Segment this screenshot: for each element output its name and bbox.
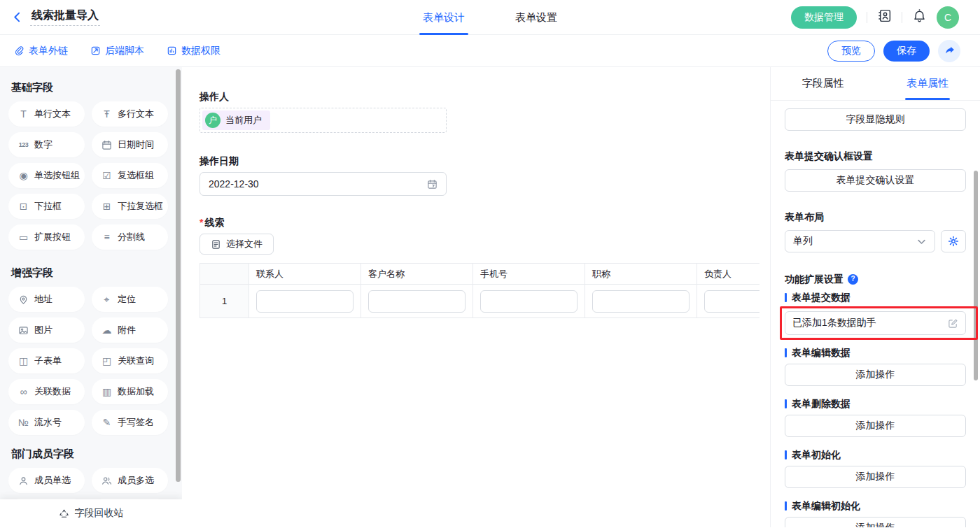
add-action-button-edit-data[interactable]: 添加操作 [785,364,966,386]
cell-input[interactable] [704,290,760,313]
field-pill-text[interactable]: T单行文本 [8,101,85,127]
lookup-icon: ◰ [101,355,113,366]
help-icon[interactable]: ? [848,274,858,285]
divider [902,12,902,23]
field-pill-multi-select[interactable]: ⊞下拉复选框 [92,194,168,219]
add-action-button-delete-data[interactable]: 添加操作 [785,415,966,437]
ext-group-delete-data: 表单删除数据添加操作 [785,398,966,437]
field-pill-subform[interactable]: ◫子表单 [8,348,85,373]
field-pill-textarea[interactable]: Ŧ多行文本 [92,101,168,127]
form-title[interactable]: 线索批量导入 [30,9,100,26]
field-pill-checkbox[interactable]: ☑复选框组 [92,163,168,188]
file-icon [211,239,221,250]
number-icon: 123 [18,141,29,148]
cell-input[interactable] [592,290,690,313]
field-pill-radio[interactable]: ◉单选按钮组 [8,163,85,188]
toolbar-link-data-permission[interactable]: 数据权限 [167,45,220,57]
field-pill-address[interactable]: 地址 [8,287,85,312]
cell-input[interactable] [480,290,578,313]
submit-confirm-heading: 表单提交确认框设置 [785,150,966,162]
field-pill-member[interactable]: 成员单选 [8,468,85,493]
ext-group-title: 表单编辑数据 [792,347,850,358]
field-pill-serial-number[interactable]: №流水号 [8,410,85,435]
field-visibility-rules-button[interactable]: 字段显隐规则 [785,108,966,131]
tab-form-design[interactable]: 表单设计 [420,0,468,35]
required-mark: * [200,217,203,228]
contacts-icon[interactable] [877,8,892,26]
table-column-header: 职称 [585,264,697,285]
sidebar-scrollbar[interactable] [176,69,181,482]
choose-file-button[interactable]: 选择文件 [200,234,274,255]
field-recycle-bin[interactable]: 字段回收站 [0,499,182,527]
cell-input[interactable] [368,290,465,313]
form-canvas: 操作人 户 当前用户 操作日期 2022-12-30 [182,67,770,527]
field-pill-label: 流水号 [34,416,62,429]
field-pill-locate[interactable]: ⌖定位 [92,287,168,312]
field-palette: 基础字段T单行文本Ŧ多行文本123数字日期时间◉单选按钮组☑复选框组⊡下拉框⊞下… [0,67,182,527]
group-title-bar [785,348,787,357]
table-column-header: 手机号 [473,264,585,285]
submit-confirm-button[interactable]: 表单提交确认设置 [785,169,966,192]
extensions-heading: 功能扩展设置 ? [785,273,966,285]
user-avatar[interactable]: C [937,6,959,29]
field-pill-label: 单行文本 [34,108,71,120]
field-pill-extend-button[interactable]: ▭扩展按钮 [8,224,85,250]
form-toolbar-actions: 预览 保存 [827,40,960,62]
field-pill-label: 多行文本 [118,108,154,120]
field-pill-select[interactable]: ⊡下拉框 [8,194,85,219]
field-pill-image[interactable]: 图片 [8,317,85,343]
save-button[interactable]: 保存 [883,41,930,62]
field-pill-label: 分割线 [118,231,145,243]
field-pill-divider[interactable]: ≡分割线 [92,224,168,250]
panel-tab-form-props[interactable]: 表单属性 [876,67,980,100]
field-operator[interactable]: 操作人 户 当前用户 [200,91,760,133]
group-title-bar [785,501,787,511]
field-leads[interactable]: *线索 选择文件 联系人客户名称手机号职称负责人1 [200,217,760,318]
field-pill-attachment[interactable]: ☁附件 [92,317,168,343]
toolbar-link-form-external-link[interactable]: 表单外链 [14,45,68,57]
field-pill-label: 扩展按钮 [34,231,71,243]
field-pill-label: 关联数据 [34,385,71,398]
field-pill-number[interactable]: 123数字 [8,132,85,157]
add-action-button-edit-init[interactable]: 添加操作 [785,517,966,527]
edit-icon[interactable] [948,318,958,329]
calendar-icon [101,140,113,150]
preview-button[interactable]: 预览 [827,41,875,62]
layout-gear-button[interactable] [941,230,966,252]
link-data-icon: ∞ [18,386,29,397]
toolbar-link-backend-script[interactable]: 后端脚本 [90,45,144,57]
current-user-tag[interactable]: 户 当前用户 [202,110,270,130]
field-pill-label: 数字 [34,138,52,151]
field-pill-members[interactable]: 成员多选 [92,468,168,493]
field-pill-link-data[interactable]: ∞关联数据 [8,379,85,404]
data-manage-button[interactable]: 数据管理 [791,6,857,29]
back-button[interactable] [11,11,23,23]
share-button[interactable] [938,40,960,62]
field-operation-date[interactable]: 操作日期 2022-12-30 [200,155,760,196]
field-pill-label: 成员多选 [118,474,154,487]
table-cell [585,285,697,318]
field-pill-lookup[interactable]: ◰关联查询 [92,348,168,373]
form-layout-row: 单列 [785,230,966,252]
tab-form-settings[interactable]: 表单设置 [512,0,560,35]
table-column-header: 客户名称 [361,264,473,285]
cell-input[interactable] [256,290,354,313]
form-layout-select[interactable]: 单列 [785,230,935,252]
panel-tab-field-props[interactable]: 字段属性 [771,67,876,100]
operator-value-box[interactable]: 户 当前用户 [200,108,447,133]
panel-tabs: 字段属性表单属性 [771,67,980,101]
add-action-button-form-init[interactable]: 添加操作 [785,466,966,488]
app-root: 线索批量导入 表单设计表单设置 数据管理 C 表单外链后端脚本数据权限 预览 保… [0,0,980,528]
data-assistant-entry[interactable]: 已添加1条数据助手 [785,311,966,335]
date-input[interactable]: 2022-12-30 [200,172,447,196]
signature-icon: ✎ [101,417,113,428]
field-pill-signature[interactable]: ✎手写签名 [92,410,168,435]
field-pill-calendar[interactable]: 日期时间 [92,132,168,157]
bell-icon[interactable] [912,8,927,26]
locate-icon: ⌖ [101,294,113,306]
panel-scrollbar[interactable] [974,171,978,380]
data-load-icon: ▥ [101,386,113,397]
field-pill-data-load[interactable]: ▥数据加载 [92,379,168,404]
text-icon: T [18,108,29,120]
data-assistant-label: 已添加1条数据助手 [792,317,876,329]
